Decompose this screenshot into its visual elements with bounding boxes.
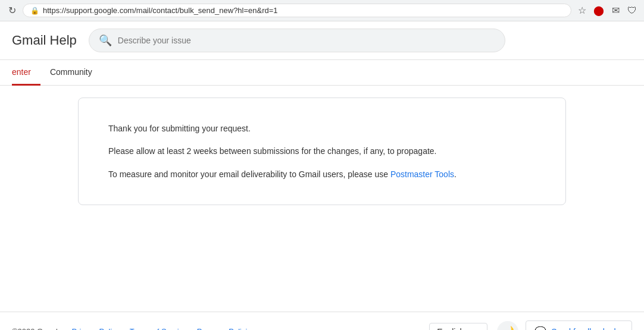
bookmark-icon[interactable]: ☆ bbox=[576, 5, 588, 17]
divider-2: - bbox=[123, 327, 126, 330]
divider-3: - bbox=[190, 327, 193, 330]
postmaster-text: To measure and monitor your email delive… bbox=[108, 168, 536, 181]
site-title: Gmail Help bbox=[12, 33, 77, 48]
search-input[interactable] bbox=[118, 36, 495, 45]
program-policies-link[interactable]: Program Policies bbox=[197, 327, 255, 330]
content-card: Thank you for submitting your request. P… bbox=[78, 98, 566, 205]
send-feedback-button[interactable]: 💬 Send feedback abo bbox=[526, 320, 632, 330]
address-bar[interactable]: 🔒 https://support.google.com/mail/contac… bbox=[23, 4, 571, 17]
dark-mode-icon: 🌙 bbox=[501, 325, 514, 331]
search-bar[interactable]: 🔍 bbox=[89, 29, 505, 52]
extension-icon-shield[interactable]: 🛡 bbox=[626, 5, 638, 17]
divider-1: - bbox=[65, 327, 68, 330]
browser-chrome: ↻ 🔒 https://support.google.com/mail/cont… bbox=[0, 0, 644, 21]
postmaster-text-before: To measure and monitor your email delive… bbox=[108, 169, 390, 179]
language-selector-wrapper[interactable]: English Español Français Deutsch 日本語 中文 … bbox=[429, 323, 487, 331]
reload-button[interactable]: ↻ bbox=[6, 5, 18, 16]
send-feedback-label: Send feedback abo bbox=[551, 327, 623, 331]
footer-links: ©2020 Google - Privacy Policy - Terms of… bbox=[12, 327, 420, 330]
tab-community[interactable]: Community bbox=[40, 60, 102, 86]
lock-icon: 🔒 bbox=[30, 7, 39, 15]
nav-tabs: enter Community bbox=[0, 60, 644, 86]
footer-right: 🌙 💬 Send feedback abo bbox=[497, 320, 632, 330]
tab-help-center[interactable]: enter bbox=[12, 60, 40, 86]
copyright-text: ©2020 Google bbox=[12, 327, 62, 330]
footer: ©2020 Google - Privacy Policy - Terms of… bbox=[0, 312, 644, 330]
privacy-policy-link[interactable]: Privacy Policy bbox=[71, 327, 120, 330]
url-text: https://support.google.com/mail/contact/… bbox=[43, 6, 564, 15]
search-icon: 🔍 bbox=[99, 34, 112, 47]
extension-icon-red[interactable]: ⬤ bbox=[593, 5, 605, 17]
postmaster-text-after: . bbox=[454, 169, 457, 179]
terms-of-service-link[interactable]: Terms of Service bbox=[130, 327, 187, 330]
browser-controls: ↻ bbox=[6, 5, 18, 16]
dark-mode-button[interactable]: 🌙 bbox=[497, 321, 518, 331]
thank-you-text: Thank you for submitting your request. bbox=[108, 122, 536, 135]
main-content: Thank you for submitting your request. P… bbox=[0, 86, 644, 312]
allow-weeks-text: Please allow at least 2 weeks between su… bbox=[108, 144, 536, 158]
postmaster-tools-link[interactable]: Postmaster Tools bbox=[390, 169, 454, 179]
feedback-icon: 💬 bbox=[534, 326, 546, 330]
browser-toolbar-icons: ☆ ⬤ ✉ 🛡 bbox=[576, 5, 638, 17]
extension-icon-mail[interactable]: ✉ bbox=[609, 5, 621, 17]
page-header: Gmail Help 🔍 bbox=[0, 21, 644, 60]
language-select[interactable]: English Español Français Deutsch 日本語 中文 bbox=[429, 323, 487, 331]
